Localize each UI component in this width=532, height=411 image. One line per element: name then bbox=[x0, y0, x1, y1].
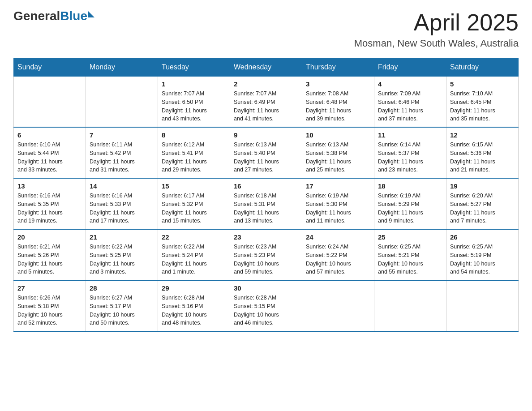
calendar-week-row: 20Sunrise: 6:21 AM Sunset: 5:26 PM Dayli… bbox=[14, 229, 519, 280]
calendar-cell bbox=[14, 76, 86, 127]
calendar-cell: 20Sunrise: 6:21 AM Sunset: 5:26 PM Dayli… bbox=[14, 229, 86, 280]
calendar-cell: 10Sunrise: 6:13 AM Sunset: 5:38 PM Dayli… bbox=[302, 127, 374, 178]
day-number: 12 bbox=[450, 131, 515, 139]
calendar-cell: 25Sunrise: 6:25 AM Sunset: 5:21 PM Dayli… bbox=[374, 229, 446, 280]
day-info: Sunrise: 6:20 AM Sunset: 5:27 PM Dayligh… bbox=[450, 192, 515, 225]
day-info: Sunrise: 6:19 AM Sunset: 5:30 PM Dayligh… bbox=[306, 192, 370, 225]
calendar-cell: 16Sunrise: 6:18 AM Sunset: 5:31 PM Dayli… bbox=[230, 178, 302, 229]
day-number: 6 bbox=[17, 131, 82, 139]
day-info: Sunrise: 6:28 AM Sunset: 5:16 PM Dayligh… bbox=[162, 294, 226, 327]
page-header: General Blue April 2025 Mosman, New Sout… bbox=[13, 9, 519, 49]
day-of-week-header: Thursday bbox=[302, 59, 374, 77]
day-of-week-header: Tuesday bbox=[158, 59, 230, 77]
day-info: Sunrise: 6:27 AM Sunset: 5:17 PM Dayligh… bbox=[90, 294, 154, 327]
day-number: 14 bbox=[90, 182, 154, 190]
day-number: 2 bbox=[234, 80, 298, 88]
month-title: April 2025 bbox=[354, 9, 519, 36]
day-number: 28 bbox=[90, 284, 154, 292]
day-info: Sunrise: 6:18 AM Sunset: 5:31 PM Dayligh… bbox=[234, 192, 298, 225]
day-info: Sunrise: 6:13 AM Sunset: 5:38 PM Dayligh… bbox=[306, 141, 370, 174]
calendar-cell: 29Sunrise: 6:28 AM Sunset: 5:16 PM Dayli… bbox=[158, 280, 230, 331]
calendar-cell: 9Sunrise: 6:13 AM Sunset: 5:40 PM Daylig… bbox=[230, 127, 302, 178]
logo-general-text: General bbox=[13, 9, 60, 23]
day-number: 27 bbox=[17, 284, 82, 292]
calendar-week-row: 13Sunrise: 6:16 AM Sunset: 5:35 PM Dayli… bbox=[14, 178, 519, 229]
day-info: Sunrise: 6:16 AM Sunset: 5:33 PM Dayligh… bbox=[90, 192, 154, 225]
calendar-week-row: 27Sunrise: 6:26 AM Sunset: 5:18 PM Dayli… bbox=[14, 280, 519, 331]
day-of-week-header: Saturday bbox=[446, 59, 519, 77]
day-info: Sunrise: 6:22 AM Sunset: 5:25 PM Dayligh… bbox=[90, 243, 154, 276]
calendar-cell: 12Sunrise: 6:15 AM Sunset: 5:36 PM Dayli… bbox=[446, 127, 519, 178]
calendar-table: SundayMondayTuesdayWednesdayThursdayFrid… bbox=[13, 58, 519, 332]
day-info: Sunrise: 6:21 AM Sunset: 5:26 PM Dayligh… bbox=[17, 243, 82, 276]
day-number: 11 bbox=[378, 131, 442, 139]
day-number: 9 bbox=[234, 131, 298, 139]
day-number: 24 bbox=[306, 233, 370, 241]
day-number: 22 bbox=[162, 233, 226, 241]
day-number: 29 bbox=[162, 284, 226, 292]
day-info: Sunrise: 6:24 AM Sunset: 5:22 PM Dayligh… bbox=[306, 243, 370, 276]
calendar-cell: 19Sunrise: 6:20 AM Sunset: 5:27 PM Dayli… bbox=[446, 178, 519, 229]
calendar-cell bbox=[86, 76, 158, 127]
day-info: Sunrise: 6:19 AM Sunset: 5:29 PM Dayligh… bbox=[378, 192, 442, 225]
logo: General Blue bbox=[13, 9, 94, 23]
calendar-week-row: 1Sunrise: 7:07 AM Sunset: 6:50 PM Daylig… bbox=[14, 76, 519, 127]
day-number: 7 bbox=[90, 131, 154, 139]
day-number: 1 bbox=[162, 80, 226, 88]
location-subtitle: Mosman, New South Wales, Australia bbox=[354, 38, 519, 49]
calendar-cell: 7Sunrise: 6:11 AM Sunset: 5:42 PM Daylig… bbox=[86, 127, 158, 178]
day-info: Sunrise: 6:28 AM Sunset: 5:15 PM Dayligh… bbox=[234, 294, 298, 327]
day-info: Sunrise: 6:23 AM Sunset: 5:23 PM Dayligh… bbox=[234, 243, 298, 276]
day-number: 3 bbox=[306, 80, 370, 88]
calendar-cell: 23Sunrise: 6:23 AM Sunset: 5:23 PM Dayli… bbox=[230, 229, 302, 280]
day-info: Sunrise: 6:12 AM Sunset: 5:41 PM Dayligh… bbox=[162, 141, 226, 174]
day-info: Sunrise: 7:07 AM Sunset: 6:50 PM Dayligh… bbox=[162, 90, 226, 123]
calendar-cell: 6Sunrise: 6:10 AM Sunset: 5:44 PM Daylig… bbox=[14, 127, 86, 178]
day-of-week-header: Sunday bbox=[14, 59, 86, 77]
day-info: Sunrise: 6:25 AM Sunset: 5:21 PM Dayligh… bbox=[378, 243, 442, 276]
day-info: Sunrise: 6:13 AM Sunset: 5:40 PM Dayligh… bbox=[234, 141, 298, 174]
day-number: 25 bbox=[378, 233, 442, 241]
calendar-cell: 13Sunrise: 6:16 AM Sunset: 5:35 PM Dayli… bbox=[14, 178, 86, 229]
day-info: Sunrise: 6:11 AM Sunset: 5:42 PM Dayligh… bbox=[90, 141, 154, 174]
day-number: 5 bbox=[450, 80, 515, 88]
calendar-cell: 26Sunrise: 6:25 AM Sunset: 5:19 PM Dayli… bbox=[446, 229, 519, 280]
day-of-week-header: Monday bbox=[86, 59, 158, 77]
calendar-cell: 30Sunrise: 6:28 AM Sunset: 5:15 PM Dayli… bbox=[230, 280, 302, 331]
day-number: 23 bbox=[234, 233, 298, 241]
day-info: Sunrise: 7:07 AM Sunset: 6:49 PM Dayligh… bbox=[234, 90, 298, 123]
calendar-cell bbox=[446, 280, 519, 331]
calendar-cell: 8Sunrise: 6:12 AM Sunset: 5:41 PM Daylig… bbox=[158, 127, 230, 178]
calendar-cell: 21Sunrise: 6:22 AM Sunset: 5:25 PM Dayli… bbox=[86, 229, 158, 280]
day-number: 16 bbox=[234, 182, 298, 190]
day-info: Sunrise: 6:15 AM Sunset: 5:36 PM Dayligh… bbox=[450, 141, 515, 174]
day-info: Sunrise: 7:09 AM Sunset: 6:46 PM Dayligh… bbox=[378, 90, 442, 123]
day-number: 17 bbox=[306, 182, 370, 190]
calendar-cell: 24Sunrise: 6:24 AM Sunset: 5:22 PM Dayli… bbox=[302, 229, 374, 280]
calendar-cell: 28Sunrise: 6:27 AM Sunset: 5:17 PM Dayli… bbox=[86, 280, 158, 331]
day-number: 30 bbox=[234, 284, 298, 292]
day-number: 8 bbox=[162, 131, 226, 139]
calendar-cell: 1Sunrise: 7:07 AM Sunset: 6:50 PM Daylig… bbox=[158, 76, 230, 127]
day-number: 13 bbox=[17, 182, 82, 190]
calendar-cell: 3Sunrise: 7:08 AM Sunset: 6:48 PM Daylig… bbox=[302, 76, 374, 127]
day-number: 18 bbox=[378, 182, 442, 190]
calendar-cell: 4Sunrise: 7:09 AM Sunset: 6:46 PM Daylig… bbox=[374, 76, 446, 127]
calendar-cell: 14Sunrise: 6:16 AM Sunset: 5:33 PM Dayli… bbox=[86, 178, 158, 229]
day-number: 20 bbox=[17, 233, 82, 241]
day-number: 19 bbox=[450, 182, 515, 190]
day-info: Sunrise: 6:17 AM Sunset: 5:32 PM Dayligh… bbox=[162, 192, 226, 225]
calendar-cell: 22Sunrise: 6:22 AM Sunset: 5:24 PM Dayli… bbox=[158, 229, 230, 280]
day-info: Sunrise: 6:14 AM Sunset: 5:37 PM Dayligh… bbox=[378, 141, 442, 174]
day-number: 4 bbox=[378, 80, 442, 88]
day-info: Sunrise: 6:10 AM Sunset: 5:44 PM Dayligh… bbox=[17, 141, 82, 174]
day-info: Sunrise: 7:08 AM Sunset: 6:48 PM Dayligh… bbox=[306, 90, 370, 123]
calendar-cell: 18Sunrise: 6:19 AM Sunset: 5:29 PM Dayli… bbox=[374, 178, 446, 229]
calendar-cell: 15Sunrise: 6:17 AM Sunset: 5:32 PM Dayli… bbox=[158, 178, 230, 229]
calendar-cell: 27Sunrise: 6:26 AM Sunset: 5:18 PM Dayli… bbox=[14, 280, 86, 331]
day-info: Sunrise: 6:26 AM Sunset: 5:18 PM Dayligh… bbox=[17, 294, 82, 327]
calendar-cell: 11Sunrise: 6:14 AM Sunset: 5:37 PM Dayli… bbox=[374, 127, 446, 178]
day-info: Sunrise: 6:16 AM Sunset: 5:35 PM Dayligh… bbox=[17, 192, 82, 225]
calendar-cell: 2Sunrise: 7:07 AM Sunset: 6:49 PM Daylig… bbox=[230, 76, 302, 127]
title-section: April 2025 Mosman, New South Wales, Aust… bbox=[354, 9, 519, 49]
